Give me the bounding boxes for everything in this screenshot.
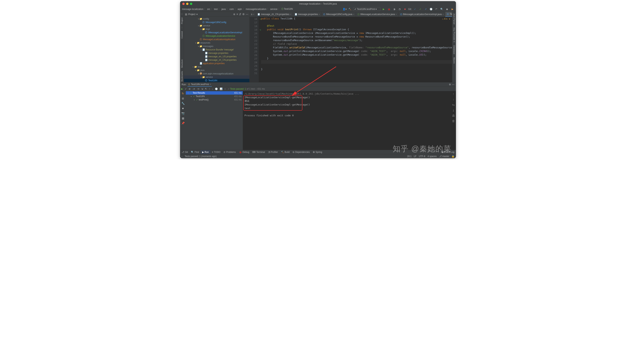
- ide-updates-icon[interactable]: ▶: [450, 7, 454, 11]
- stop2-icon[interactable]: ■: [182, 107, 184, 110]
- tab-overflow[interactable]: s ×: [250, 12, 256, 17]
- coverage-button[interactable]: ◑: [392, 7, 396, 11]
- bottom-tool-find[interactable]: 🔍Find: [189, 150, 200, 154]
- tree-node[interactable]: ⒾIMessageLocalizationService: [184, 34, 249, 38]
- tree-node[interactable]: ⒸIMessageLocalizationServiceImpl: [184, 31, 249, 34]
- hide-panel-icon[interactable]: —: [246, 13, 248, 16]
- soft-wrap-icon[interactable]: ⇆: [452, 103, 455, 106]
- tool-project[interactable]: Project: [181, 17, 183, 25]
- breadcrumb-item[interactable]: com: [229, 8, 234, 10]
- test-tree[interactable]: ▾✓Test Results431 ms▾✓TestI18N431 ms▾✓te…: [186, 91, 243, 150]
- tree-node[interactable]: ▾📁config: [184, 17, 249, 20]
- debug-button[interactable]: 🐞: [387, 7, 391, 11]
- scroll-down-icon[interactable]: ↓: [453, 98, 454, 101]
- bottom-tool-git[interactable]: ⎇Git: [180, 150, 189, 154]
- tree-node[interactable]: ▾📁java: [184, 68, 249, 72]
- status-indicator-icon[interactable]: ▫: [182, 155, 182, 158]
- inspection-warnings[interactable]: ⚠ 4 ∧ ∨: [442, 18, 450, 20]
- toggle-pass-icon[interactable]: ✓: [185, 88, 187, 90]
- tool-structure[interactable]: Structure: [181, 59, 183, 69]
- tree-node[interactable]: 🧾message.properties: [184, 52, 249, 55]
- tool-database[interactable]: Database: [453, 44, 455, 55]
- event-log-button[interactable]: ◉ Event Log: [440, 150, 456, 154]
- bottom-tool-problems[interactable]: ⊘Problems: [222, 150, 237, 154]
- rerun-button[interactable]: ▶: [181, 88, 183, 90]
- file-encoding[interactable]: UTF-8: [419, 155, 425, 158]
- search-icon[interactable]: 🔍: [440, 7, 444, 11]
- expand-icon[interactable]: ⇲: [201, 88, 203, 90]
- commit-tool-icon[interactable]: ♢: [181, 26, 183, 29]
- bottom-tool-spring[interactable]: ✿Spring: [311, 150, 324, 154]
- minimize-window-button[interactable]: [186, 3, 188, 5]
- lock-icon[interactable]: 🔒: [452, 155, 454, 158]
- editor-tab[interactable]: 🧾message_zh_CN.properties×: [256, 12, 293, 17]
- breadcrumb-item[interactable]: aqin: [237, 8, 242, 10]
- tree-node[interactable]: 🧾message_zh_CN.properties: [184, 58, 249, 62]
- scroll-up-icon[interactable]: ↑: [453, 92, 454, 96]
- run-config-select[interactable]: ✔ TestI18N.testPrint ▾: [353, 7, 380, 11]
- gear-icon[interactable]: ⚙: [242, 13, 245, 16]
- tree-node[interactable]: ▾📦com.aqin.messagelocalization: [184, 72, 249, 76]
- prev-icon[interactable]: ↑: [209, 88, 210, 90]
- tool-bookmarks[interactable]: Bookmarks: [181, 70, 183, 82]
- git-rollback-icon[interactable]: ↶: [434, 7, 438, 11]
- breadcrumb-item[interactable]: service: [270, 8, 278, 10]
- run-hide-icon[interactable]: —: [452, 83, 454, 86]
- print-icon[interactable]: 🖶: [452, 114, 455, 118]
- tree-node[interactable]: ⒸTestI18N: [184, 79, 249, 82]
- clock-icon[interactable]: 🕘: [215, 88, 218, 90]
- select-opened-icon[interactable]: ⊕: [233, 13, 235, 16]
- test-result-row[interactable]: ▾✓testPrint()431 ms: [186, 98, 243, 102]
- collapse-icon[interactable]: ⇱: [205, 88, 207, 90]
- breadcrumb-item[interactable]: messagelocalization: [245, 8, 267, 10]
- git-branch[interactable]: ⎇ master: [439, 155, 449, 158]
- project-tool-icon[interactable]: ▭: [181, 12, 183, 15]
- scroll-end-icon[interactable]: ⤓: [452, 108, 455, 112]
- sort2-icon[interactable]: ↑≡: [197, 88, 199, 90]
- hammer-icon[interactable]: 🔨: [348, 7, 352, 11]
- breadcrumb-item[interactable]: src: [207, 8, 210, 10]
- bottom-tool-debug[interactable]: 🐞Debug: [237, 150, 251, 154]
- console-output[interactable]: /Library/Java/JavaVirtualMachines/jdk1.8…: [243, 91, 451, 150]
- tree-node[interactable]: 🧾application.properties: [184, 62, 249, 65]
- toggle-auto-icon[interactable]: ⊞: [182, 97, 184, 100]
- editor-tab[interactable]: ⒸIMessageI18NConfig.java×: [322, 12, 356, 17]
- bottom-tool-dependencies[interactable]: ⧉Dependencies: [291, 150, 311, 154]
- bottom-tool-terminal[interactable]: ⌨Terminal: [251, 150, 266, 154]
- tree-node[interactable]: 🧾message_en_US.properties: [184, 55, 249, 58]
- settings-icon[interactable]: ◉: [445, 7, 449, 11]
- breadcrumb-item[interactable]: test: [214, 8, 218, 10]
- rerun-failed-icon[interactable]: ↻: [182, 92, 184, 95]
- tree-node[interactable]: ▾📁service: [184, 24, 249, 28]
- tree-node[interactable]: ▾📁test: [184, 65, 249, 68]
- breadcrumb-item[interactable]: java: [221, 8, 226, 10]
- bottom-tool-todo[interactable]: ≡TODO: [210, 150, 222, 154]
- tool-maven[interactable]: Maven: [453, 56, 455, 64]
- tool-commit[interactable]: Commit: [181, 30, 183, 39]
- breadcrumb-item[interactable]: ⒸTestI18N: [281, 8, 293, 11]
- tree-node[interactable]: ⒸMessageI18NConfig: [184, 20, 249, 24]
- tool-key-promoter[interactable]: Key Promoter X: [453, 27, 455, 43]
- tree-node[interactable]: ▾📁messages: [184, 44, 249, 48]
- bottom-tool-build[interactable]: 🔨Build: [279, 150, 291, 154]
- stop-button[interactable]: ■: [403, 7, 407, 11]
- bottom-tool-run[interactable]: ▶Run: [201, 150, 210, 154]
- tree-node[interactable]: ▾📁resources: [184, 41, 249, 44]
- editor-tab[interactable]: ⒸIMessageLocalizationServiceImpl.java×: [399, 12, 445, 17]
- collapse-all-icon[interactable]: ⇵: [239, 13, 241, 16]
- git-history-icon[interactable]: 🕘: [429, 7, 433, 11]
- project-tree[interactable]: ▾📁configⒸMessageI18NConfig▾📁service▾📁imp…: [184, 17, 249, 82]
- bottom-tool-profiler[interactable]: ◔Profiler: [266, 150, 279, 154]
- close-window-button[interactable]: [182, 3, 185, 5]
- code-editor[interactable]: ↻161718↻19202122232425262728293031 publi…: [250, 17, 452, 82]
- test-result-row[interactable]: ▾✓TestI18N431 ms: [186, 94, 243, 98]
- toggle-ignore-icon[interactable]: ⊘: [189, 88, 191, 90]
- git-commit-icon[interactable]: ✓: [418, 7, 422, 11]
- tree-node[interactable]: ▾📁service: [184, 76, 249, 79]
- run-settings-icon[interactable]: ⚙: [449, 83, 451, 86]
- wrench-icon[interactable]: 🔧: [181, 102, 185, 105]
- git-update-icon[interactable]: ✓: [413, 7, 417, 11]
- test-result-row[interactable]: ▾✓Test Results431 ms: [186, 91, 243, 94]
- tree-node[interactable]: ▾📁impl: [184, 28, 249, 31]
- git-push-icon[interactable]: ↗: [424, 7, 428, 11]
